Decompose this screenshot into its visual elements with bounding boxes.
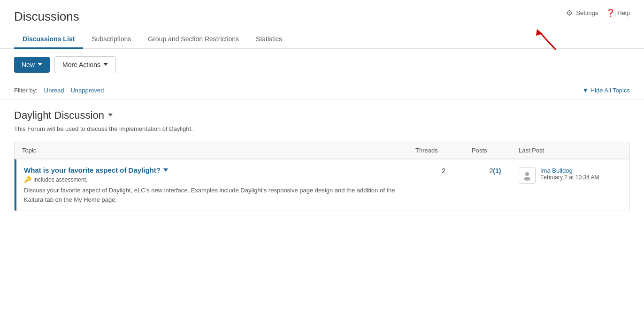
hide-chevron-icon: ▼ bbox=[583, 87, 589, 94]
page-header: Discussions ⚙ Settings ❓ Help Discussion… bbox=[0, 0, 644, 49]
new-label: New bbox=[22, 61, 35, 69]
top-right-actions: ⚙ Settings ❓ Help bbox=[565, 8, 630, 17]
lock-icon: 🔑 bbox=[24, 176, 31, 183]
forum-title: Daylight Discussion bbox=[14, 109, 104, 122]
last-post-author[interactable]: Ima Bulldog bbox=[540, 167, 599, 174]
forum-title-row: Daylight Discussion bbox=[14, 109, 630, 122]
threads-count: 2 bbox=[442, 167, 445, 175]
table-row: What is your favorite aspect of Daylight… bbox=[15, 159, 629, 211]
more-actions-button[interactable]: More Actions bbox=[54, 56, 116, 73]
topic-description: Discuss your favorite aspect of Daylight… bbox=[24, 186, 415, 204]
avatar bbox=[519, 167, 536, 184]
hide-all-topics-button[interactable]: ▼ Hide All Topics bbox=[583, 87, 630, 94]
col-header-posts: Posts bbox=[472, 147, 519, 154]
topic-column: What is your favorite aspect of Daylight… bbox=[24, 166, 415, 204]
discussions-table: Topic Threads Posts Last Post What is yo… bbox=[14, 142, 630, 211]
table-header: Topic Threads Posts Last Post bbox=[15, 142, 629, 159]
settings-label: Settings bbox=[576, 9, 598, 16]
last-post-column: Ima Bulldog February 2 at 10:34 AM bbox=[519, 166, 622, 204]
topic-link[interactable]: What is your favorite aspect of Daylight… bbox=[24, 166, 168, 174]
tab-subscriptions[interactable]: Subscriptions bbox=[83, 30, 139, 49]
tab-statistics[interactable]: Statistics bbox=[247, 30, 291, 49]
settings-button[interactable]: ⚙ Settings bbox=[565, 8, 598, 17]
topic-link-text: What is your favorite aspect of Daylight… bbox=[24, 166, 161, 174]
filter-label: Filter by: bbox=[14, 87, 38, 94]
more-actions-label: More Actions bbox=[62, 61, 100, 69]
toolbar: New More Actions bbox=[0, 49, 644, 81]
tab-group-section-restrictions[interactable]: Group and Section Restrictions bbox=[139, 30, 247, 49]
tab-discussions-list[interactable]: Discussions List bbox=[14, 30, 83, 49]
svg-point-3 bbox=[524, 177, 530, 181]
new-button[interactable]: New bbox=[14, 57, 50, 73]
more-actions-chevron-icon bbox=[103, 63, 108, 66]
assessment-badge: 🔑 Includes assessment. bbox=[24, 176, 415, 183]
hide-all-topics-label: Hide All Topics bbox=[590, 87, 630, 94]
gear-icon: ⚙ bbox=[565, 8, 574, 17]
filter-unapproved[interactable]: Unapproved bbox=[70, 87, 104, 94]
filter-unread[interactable]: Unread bbox=[44, 87, 64, 94]
nav-tabs: Discussions List Subscriptions Group and… bbox=[14, 30, 630, 48]
page-title: Discussions bbox=[14, 9, 630, 24]
forum-title-chevron-icon bbox=[108, 114, 113, 116]
svg-point-2 bbox=[525, 172, 529, 176]
assessment-label: Includes assessment. bbox=[33, 176, 87, 183]
filter-bar: Filter by: Unread Unapproved ▼ Hide All … bbox=[0, 81, 644, 100]
help-button[interactable]: ❓ Help bbox=[606, 8, 630, 17]
new-chevron-icon bbox=[38, 63, 42, 66]
posts-unread-count: (1) bbox=[493, 167, 501, 175]
filter-left: Filter by: Unread Unapproved bbox=[14, 87, 104, 94]
last-post-info: Ima Bulldog February 2 at 10:34 AM bbox=[540, 167, 599, 181]
posts-count: 2 bbox=[490, 167, 493, 175]
help-icon: ❓ bbox=[606, 8, 615, 17]
col-header-last-post: Last Post bbox=[519, 147, 622, 154]
content-area: Daylight Discussion This Forum will be u… bbox=[0, 100, 644, 221]
forum-description: This Forum will be used to discuss the i… bbox=[14, 125, 630, 132]
last-post-date[interactable]: February 2 at 10:34 AM bbox=[540, 174, 599, 181]
posts-column: 2 (1) bbox=[472, 166, 519, 204]
col-header-threads: Threads bbox=[415, 147, 472, 154]
help-label: Help bbox=[617, 9, 630, 16]
threads-column: 2 bbox=[415, 166, 472, 204]
col-header-topic: Topic bbox=[22, 147, 415, 154]
topic-dropdown-icon bbox=[163, 168, 168, 172]
